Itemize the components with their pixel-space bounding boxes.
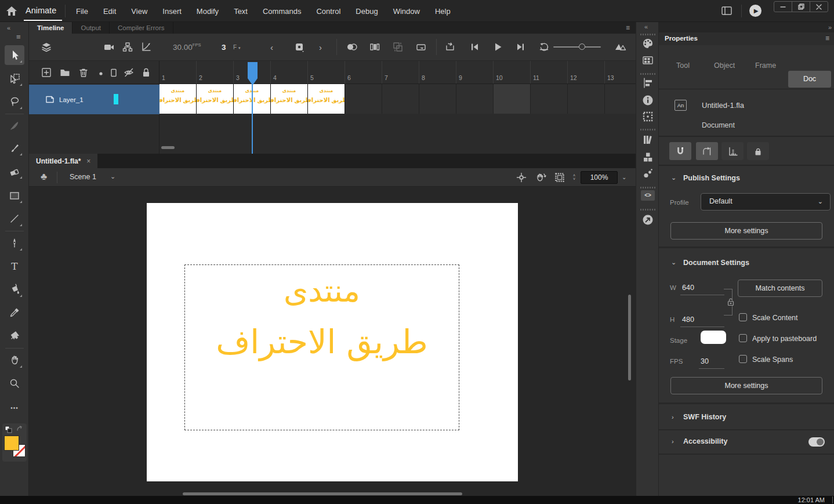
play-icon[interactable]: [492, 41, 503, 53]
create-tween-frames-icon[interactable]: [415, 41, 427, 53]
expand-section-icon[interactable]: ›: [672, 414, 674, 420]
scale-spans-checkbox[interactable]: [739, 355, 747, 363]
empty-frame-cell-12[interactable]: [568, 84, 605, 114]
close-document-icon[interactable]: ×: [86, 157, 90, 165]
edit-multiple-frames-icon[interactable]: [392, 41, 404, 53]
timeline-zoom-slider[interactable]: [553, 46, 601, 48]
advanced-layers-icon[interactable]: [122, 41, 133, 53]
outline-layers-icon[interactable]: [110, 68, 117, 77]
frame-type-dropdown[interactable]: F ▾: [233, 44, 240, 50]
camera-icon[interactable]: [103, 41, 115, 53]
hand-tool[interactable]: [5, 350, 24, 370]
profile-select[interactable]: Default ⌄: [701, 193, 831, 211]
eyedropper-tool[interactable]: [5, 303, 24, 322]
document-settings-header[interactable]: Document Settings: [683, 259, 749, 267]
tab-tool[interactable]: Tool: [676, 61, 690, 70]
frame-number-6[interactable]: 6: [345, 71, 382, 84]
next-keyframe-icon[interactable]: ›: [319, 42, 322, 52]
swap-colors-icon[interactable]: [16, 426, 23, 433]
new-layer-icon[interactable]: [41, 67, 52, 78]
stage-hscrollbar[interactable]: [183, 492, 462, 495]
tools-menu-icon[interactable]: ≡: [16, 32, 21, 41]
stage-color-swatch[interactable]: [701, 331, 726, 344]
fill-color-swatch[interactable]: [4, 436, 19, 451]
keyframe-cell-4[interactable]: منتدىطريق الاحتراف: [271, 84, 308, 114]
scale-content-checkbox[interactable]: [739, 313, 747, 321]
keyframe-cell-5[interactable]: منتدىطريق الاحتراف: [308, 84, 345, 114]
close-button[interactable]: [810, 2, 828, 12]
layer-frames-row[interactable]: منتدىطريق الاحترافمنتدىطريق الاحترافمنتد…: [159, 84, 636, 114]
zoom-tool[interactable]: [5, 374, 24, 393]
more-tools-icon[interactable]: •••: [5, 398, 24, 418]
keyframe-cell-1[interactable]: منتدىطريق الاحتراف: [159, 84, 197, 114]
stage-vscrollbar[interactable]: [628, 295, 631, 380]
timeline-hscrollbar[interactable]: [161, 146, 175, 149]
properties-panel-title[interactable]: Properties: [665, 35, 698, 42]
insert-keyframe-icon[interactable]: [293, 41, 305, 53]
publish-more-settings-button[interactable]: More settings: [670, 222, 822, 240]
collapse-section-icon[interactable]: ⌄: [671, 174, 676, 182]
height-value[interactable]: 480: [682, 316, 694, 324]
menu-commands[interactable]: Commands: [255, 7, 309, 16]
keyframe-cell-2[interactable]: منتدىطريق الاحتراف: [197, 84, 234, 114]
info-panel-icon[interactable]: [641, 94, 654, 107]
wh-unlock-icon[interactable]: [727, 298, 735, 306]
docset-more-settings-button[interactable]: More settings: [670, 377, 822, 394]
scene-dropdown-icon[interactable]: ⌄: [110, 173, 115, 180]
empty-frame-cell-7[interactable]: [382, 84, 419, 114]
workspace-icon[interactable]: [721, 6, 732, 15]
color-panel-icon[interactable]: [641, 37, 654, 50]
line-tool[interactable]: [5, 209, 24, 229]
document-tab[interactable]: Untitled-1.fla* ×: [29, 154, 97, 168]
snap-magnet-icon[interactable]: [669, 142, 691, 160]
empty-frame-cell-10[interactable]: [494, 84, 531, 114]
selection-tool[interactable]: [5, 45, 24, 65]
menu-text[interactable]: Text: [226, 7, 255, 16]
timeline-tab-compiler-errors[interactable]: Compiler Errors: [110, 22, 173, 34]
tab-frame[interactable]: Frame: [755, 61, 776, 70]
frame-number-2[interactable]: 2: [197, 71, 234, 84]
app-title[interactable]: Animate: [26, 6, 56, 15]
fps-display[interactable]: 30.00FPS: [173, 42, 201, 52]
slider-knob[interactable]: [579, 43, 585, 50]
restore-button[interactable]: [792, 2, 810, 12]
previous-keyframe-icon[interactable]: ‹: [270, 42, 273, 52]
accessibility-header[interactable]: Accessibility: [683, 437, 727, 445]
delete-layer-icon[interactable]: [78, 67, 89, 78]
eraser-tool[interactable]: [5, 161, 24, 181]
accessibility-toggle[interactable]: [808, 437, 825, 447]
resize-frames-view-icon[interactable]: [614, 41, 628, 53]
step-forward-icon[interactable]: [515, 41, 527, 53]
frame-number-9[interactable]: 9: [456, 71, 494, 84]
show-desktop-divider[interactable]: [832, 496, 833, 503]
align-panel-icon[interactable]: [641, 77, 654, 89]
share-panel-icon[interactable]: [641, 213, 654, 226]
transform-panel-icon[interactable]: [641, 110, 654, 123]
timeline-tab-timeline[interactable]: Timeline: [29, 22, 72, 34]
menu-insert[interactable]: Insert: [155, 7, 189, 16]
tab-doc[interactable]: Doc: [788, 71, 831, 88]
layer-name[interactable]: Layer_1: [59, 96, 84, 103]
zoom-level-input[interactable]: 100%: [581, 171, 618, 184]
show-hide-layers-icon[interactable]: [123, 67, 135, 78]
timeline-panel-menu-icon[interactable]: ≡: [626, 24, 630, 32]
menu-control[interactable]: Control: [309, 7, 348, 16]
minimize-button[interactable]: [774, 2, 792, 12]
stepper-down-icon[interactable]: ˅: [573, 177, 575, 181]
frame-number-4[interactable]: 4: [271, 71, 308, 84]
collapse-tools-icon[interactable]: «: [7, 24, 9, 31]
frame-number-8[interactable]: 8: [419, 71, 456, 84]
onion-skin-outlines-icon[interactable]: [369, 41, 380, 53]
menu-debug[interactable]: Debug: [348, 7, 385, 16]
lock-layers-icon[interactable]: [140, 67, 152, 78]
current-frame-display[interactable]: 3: [222, 43, 226, 52]
scene-club-icon[interactable]: ♣: [41, 171, 47, 183]
apply-pasteboard-checkbox[interactable]: [739, 334, 747, 342]
center-stage-icon[interactable]: [516, 172, 527, 183]
menu-edit[interactable]: Edit: [96, 7, 124, 16]
frame-number-10[interactable]: 10: [494, 71, 531, 84]
stage-text-box[interactable]: منتدى طريق الاحتراف: [184, 264, 459, 430]
scene-name[interactable]: Scene 1: [70, 173, 96, 181]
empty-frame-cell-11[interactable]: [531, 84, 568, 114]
stage-pasteboard[interactable]: منتدى طريق الاحتراف: [29, 187, 636, 496]
